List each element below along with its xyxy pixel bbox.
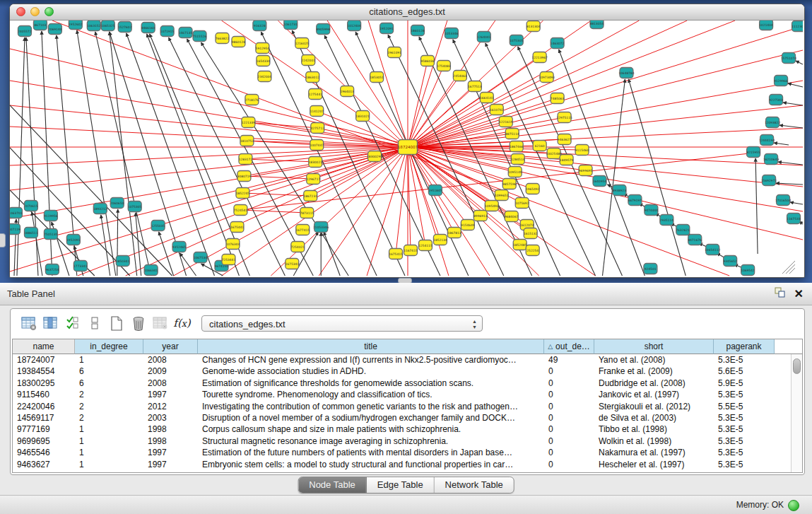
graph-node[interactable]: 1021404	[759, 21, 773, 30]
graph-node[interactable]: 1283172	[239, 154, 253, 165]
graph-node[interactable]: 17016504	[775, 195, 791, 206]
cell-title[interactable]: Disruption of a novel member of a sodium…	[198, 412, 544, 424]
graph-node[interactable]: 1654334	[257, 56, 271, 66]
graph-node[interactable]: 21053346	[313, 222, 329, 233]
graph-node[interactable]: 1952091	[66, 235, 81, 245]
cell-title[interactable]: Embryonic stem cells: a model to study s…	[198, 459, 544, 470]
graph-node[interactable]: 1075692	[515, 198, 529, 209]
cell-title[interactable]: Corpus callosum shape and size in male p…	[198, 424, 544, 435]
graph-node[interactable]: 9352465	[172, 242, 187, 252]
function-builder-icon[interactable]: f(x)	[171, 313, 193, 334]
graph-node[interactable]: 1061731	[284, 21, 298, 30]
cell-outde[interactable]: 0	[544, 436, 594, 447]
graph-node[interactable]: 1810753	[240, 136, 254, 146]
cell-name[interactable]: 14569117	[13, 412, 75, 424]
cell-pagerank[interactable]: 5.3E-5	[714, 354, 775, 366]
graph-node[interactable]: 1677415	[296, 225, 310, 235]
cell-name[interactable]: 18300295	[13, 378, 75, 389]
graph-node[interactable]: 9860128	[232, 37, 246, 47]
table-row[interactable]: 946362711997Embryonic stem cells: a mode…	[13, 459, 792, 470]
cell-short[interactable]: Dudbridge et al. (2008)	[594, 378, 714, 389]
graph-node[interactable]: 1467135	[179, 28, 193, 38]
graph-node[interactable]: 1255035	[151, 221, 165, 231]
graph-node[interactable]: 1007447	[310, 140, 324, 151]
cell-name[interactable]: 9777169	[13, 424, 75, 435]
cell-short[interactable]: Nakamura et al. (1997)	[594, 447, 714, 458]
graph-node[interactable]: 1463072	[551, 38, 565, 49]
network-view-window[interactable]: citations_edges.txt 24055728671032069140…	[9, 4, 805, 278]
graph-node[interactable]: 9345652	[723, 256, 737, 267]
graph-node[interactable]: 8215955	[746, 147, 760, 158]
cell-short[interactable]: Stergiakouli et al. (2012)	[594, 401, 714, 412]
graph-node[interactable]: 1099651	[495, 190, 509, 201]
graph-node[interactable]: 7505135	[44, 229, 58, 240]
cell-year[interactable]: 2012	[143, 401, 198, 412]
graph-node-hub[interactable]: 18724007	[398, 140, 418, 155]
graph-node[interactable]: 9227343	[769, 95, 783, 105]
graph-node[interactable]: 867103	[33, 21, 47, 30]
graph-node[interactable]: 1296717	[306, 174, 320, 185]
graph-node[interactable]: 1852134	[433, 235, 447, 245]
graph-node[interactable]: 1112304	[792, 21, 803, 32]
graph-node[interactable]: 10654112	[705, 245, 720, 255]
graph-node[interactable]: 1254115	[418, 240, 433, 251]
graph-node[interactable]: 7632621	[676, 225, 690, 235]
graph-node[interactable]: 9857596	[502, 179, 517, 189]
cell-pagerank[interactable]: 5.3E-5	[714, 412, 775, 424]
table-row[interactable]: 1872400712008Changes of HCN gene express…	[13, 354, 792, 366]
graph-node[interactable]: 1852245	[236, 188, 250, 199]
graph-node[interactable]: 12444194	[759, 135, 775, 146]
graph-node[interactable]: 9463627	[558, 134, 572, 145]
graph-node[interactable]: 9474444	[645, 205, 659, 216]
graph-node[interactable]: 9586036	[420, 56, 435, 66]
cell-indegree[interactable]: 1	[75, 447, 143, 458]
graph-node[interactable]: 1675341	[286, 259, 300, 269]
graph-node[interactable]: 1867231	[304, 191, 318, 201]
tab-node-table[interactable]: Node Table	[298, 477, 367, 493]
cell-name[interactable]: 22420046	[13, 401, 75, 412]
graph-node[interactable]: 8131304	[526, 21, 541, 32]
cell-indegree[interactable]: 1	[75, 354, 143, 366]
graph-node[interactable]: 252254	[526, 245, 539, 256]
cell-year[interactable]: 2008	[143, 378, 198, 389]
cell-indegree[interactable]: 2	[75, 401, 143, 412]
graph-node[interactable]: 2070615	[24, 201, 38, 211]
graph-node[interactable]: 15751074	[781, 53, 796, 64]
column-header-short[interactable]: short	[594, 339, 714, 354]
graph-node[interactable]: 1773341	[73, 261, 88, 271]
table-row[interactable]: 977716911998Corpus callosum shape and si…	[13, 424, 792, 435]
graph-node[interactable]: 3080719	[237, 171, 252, 182]
cell-outde[interactable]: 0	[544, 459, 594, 470]
graph-node[interactable]: 1951845	[428, 185, 442, 196]
graph-node[interactable]: 1076344	[226, 239, 240, 250]
graph-node[interactable]: 62160	[533, 141, 546, 151]
table-row[interactable]: 1456911722003Disruption of a novel membe…	[13, 412, 792, 424]
graph-node[interactable]: 2718176	[245, 95, 259, 105]
table-row[interactable]: 969969511998Structural magnetic resonanc…	[13, 436, 792, 447]
cell-year[interactable]: 2008	[143, 354, 198, 366]
graph-node[interactable]: 8996913	[473, 211, 488, 221]
cell-short[interactable]: de Silva et al. (2003)	[594, 412, 714, 424]
cell-year[interactable]: 1998	[143, 436, 198, 447]
graph-node[interactable]: 1221619	[499, 117, 513, 127]
cell-name[interactable]: 9115460	[13, 389, 75, 400]
cell-year[interactable]: 1997	[143, 447, 198, 458]
cell-pagerank[interactable]: 5.3E-5	[714, 459, 775, 470]
graph-node[interactable]: 18300295	[367, 151, 382, 162]
cell-short[interactable]: Franke et al. (2009)	[594, 366, 714, 377]
graph-node[interactable]: 1221339	[242, 117, 256, 128]
graph-node[interactable]: 1053346	[445, 28, 459, 39]
cell-pagerank[interactable]: 5.6E-5	[714, 366, 775, 377]
graph-node[interactable]: 8471676	[688, 235, 702, 245]
graph-node[interactable]: 1065325	[101, 21, 115, 31]
graph-node[interactable]: 1063701	[10, 208, 23, 218]
graph-node[interactable]: 8938923	[613, 185, 627, 196]
cell-title[interactable]: Tourette syndrome. Phenomenology and cla…	[198, 389, 544, 400]
graph-node[interactable]: 1216025	[295, 38, 310, 49]
graph-node[interactable]: 9637254	[45, 264, 59, 275]
graph-node[interactable]: 1007119	[10, 224, 20, 235]
graph-node[interactable]: 1964013	[340, 86, 354, 97]
table-scrollbar-thumb[interactable]	[793, 358, 801, 374]
graph-node[interactable]: 9115460	[575, 145, 589, 156]
graph-node[interactable]: 1063152	[87, 21, 101, 31]
